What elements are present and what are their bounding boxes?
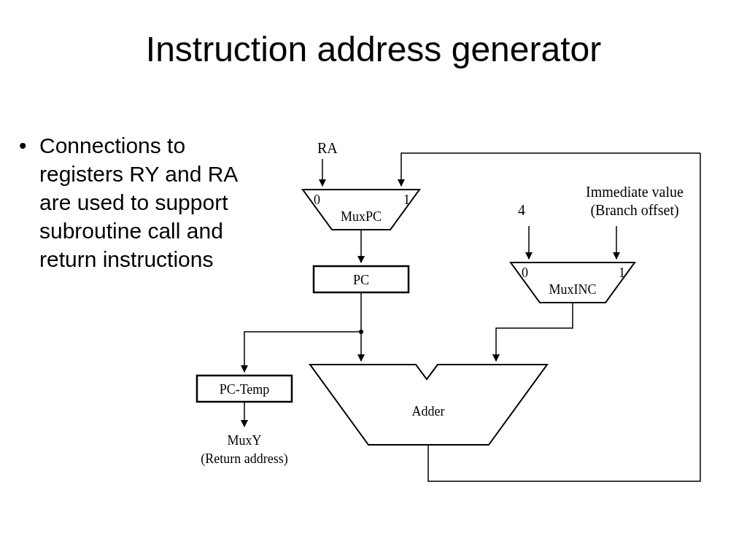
- immediate-label-1: Immediate value: [586, 184, 684, 200]
- muxinc-in1: 1: [619, 265, 625, 280]
- muxpc-in0: 0: [314, 192, 320, 207]
- immediate-label-2: (Branch offset): [590, 202, 678, 219]
- const4-label: 4: [518, 202, 525, 218]
- slide-title: Instruction address generator: [0, 29, 747, 69]
- feedback-arrow: [401, 153, 700, 186]
- adder-label: Adder: [412, 404, 445, 419]
- muxpc-label: MuxPC: [341, 209, 382, 224]
- muxinc-to-adder: [496, 303, 573, 361]
- pc-label: PC: [353, 273, 369, 287]
- muxinc-label: MuxINC: [549, 282, 596, 297]
- iag-diagram: RA 0 1 MuxPC PC PC-Temp MuxY (Return add…: [190, 139, 729, 518]
- muxy-sub: (Return address): [201, 451, 287, 467]
- muxpc-in1: 1: [403, 192, 410, 207]
- muxinc-in0: 0: [522, 265, 528, 280]
- pctemp-label: PC-Temp: [220, 382, 270, 397]
- muxy-label: MuxY: [227, 433, 261, 448]
- ra-label: RA: [317, 140, 338, 156]
